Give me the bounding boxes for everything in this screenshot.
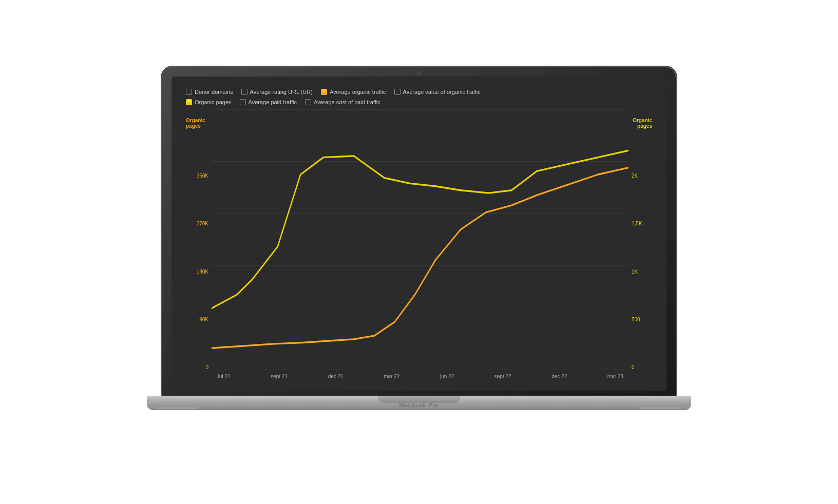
- legend-row-1: Donor domains Average rating URL (UR) Av…: [186, 89, 652, 95]
- x-label-sept21: sept 21: [271, 374, 288, 379]
- left-y-270k: 270K: [186, 221, 212, 226]
- laptop-foot-left: [157, 408, 198, 410]
- legend-label-organic-pages: Organic pages: [195, 99, 232, 105]
- laptop-screen: Donor domains Average rating URL (UR) Av…: [172, 76, 666, 391]
- chart-main: Jul 21 sept 21 dec 21 mar 22 jun 22 sept…: [212, 109, 628, 382]
- legend-label-avg-organic-traffic: Average organic traffic: [330, 89, 386, 95]
- checkbox-avg-paid-traffic[interactable]: [240, 99, 246, 105]
- legend-label-avg-rating-url: Average rating URL (UR): [250, 89, 313, 95]
- x-label-dec21: dec 21: [328, 374, 344, 379]
- left-y-90k: 90K: [186, 317, 212, 322]
- legend-avg-rating-url[interactable]: Average rating URL (UR): [241, 89, 313, 95]
- legend-donor-domains[interactable]: Donor domains: [186, 89, 233, 95]
- macbook-label: MacBook Pro: [399, 402, 439, 408]
- y-axis-left: Organic pages 350K 270K 180K 90K 0: [186, 109, 212, 382]
- legend-label-donor-domains: Donor domains: [195, 89, 233, 95]
- laptop-foot-right: [640, 408, 681, 410]
- checkbox-avg-organic-traffic[interactable]: [321, 89, 327, 95]
- left-y-350k: 350K: [186, 173, 212, 179]
- legend-organic-pages[interactable]: Organic pages: [186, 99, 232, 105]
- screen-content: Donor domains Average rating URL (UR) Av…: [172, 76, 666, 391]
- chart-container: Organic pages 350K 270K 180K 90K 0: [186, 109, 652, 382]
- chart-svg-area: [212, 109, 628, 370]
- checkbox-avg-cost-paid[interactable]: [305, 99, 311, 105]
- x-label-mar23: mar 23: [607, 374, 623, 379]
- legend-row-2: Organic pages Average paid traffic Avera…: [186, 99, 652, 105]
- left-axis-title: Organic pages: [186, 118, 212, 129]
- laptop-base: MacBook Pro: [147, 396, 691, 410]
- left-y-180k: 180K: [186, 269, 212, 275]
- legend-label-avg-cost-paid: Average cost of paid traffic: [314, 99, 380, 105]
- x-label-jun22: jun 22: [440, 374, 454, 379]
- chart-svg: [212, 109, 628, 370]
- checkbox-organic-pages[interactable]: [186, 99, 192, 105]
- camera-dot: [417, 71, 421, 75]
- x-label-jul21: Jul 21: [217, 374, 231, 379]
- right-y-0: 0: [628, 364, 652, 370]
- legend-avg-cost-paid[interactable]: Average cost of paid traffic: [305, 99, 380, 105]
- legend-avg-value-organic[interactable]: Average value of organic traffic: [394, 89, 481, 95]
- x-label-sept22: sept 22: [494, 374, 511, 379]
- x-label-dec22: dec 22: [551, 374, 567, 379]
- right-y-500: 500: [628, 317, 652, 322]
- legend-avg-organic-traffic[interactable]: Average organic traffic: [321, 89, 386, 95]
- x-axis: Jul 21 sept 21 dec 21 mar 22 jun 22 sept…: [212, 370, 628, 382]
- laptop-screen-outer: Donor domains Average rating URL (UR) Av…: [162, 67, 676, 396]
- right-y-1k: 1K: [628, 269, 652, 275]
- legend-label-avg-value-organic: Average value of organic traffic: [403, 89, 481, 95]
- avg-organic-traffic-line: [212, 168, 628, 348]
- laptop-wrapper: Donor domains Average rating URL (UR) Av…: [137, 67, 701, 437]
- right-y-15k: 1,5K: [628, 221, 652, 226]
- legend-label-avg-paid-traffic: Average paid traffic: [249, 99, 297, 105]
- left-y-0: 0: [186, 364, 212, 370]
- checkbox-avg-value-organic[interactable]: [394, 89, 401, 95]
- checkbox-donor-domains[interactable]: [186, 89, 192, 95]
- x-label-mar22: mar 22: [384, 374, 399, 379]
- y-axis-right: Organic pages 2K 1,5K 1K 500 0: [628, 109, 652, 382]
- right-y-2k: 2K: [628, 173, 652, 179]
- right-axis-title: Organic pages: [628, 118, 652, 129]
- checkbox-avg-rating-url[interactable]: [241, 89, 247, 95]
- legend-avg-paid-traffic[interactable]: Average paid traffic: [240, 99, 297, 105]
